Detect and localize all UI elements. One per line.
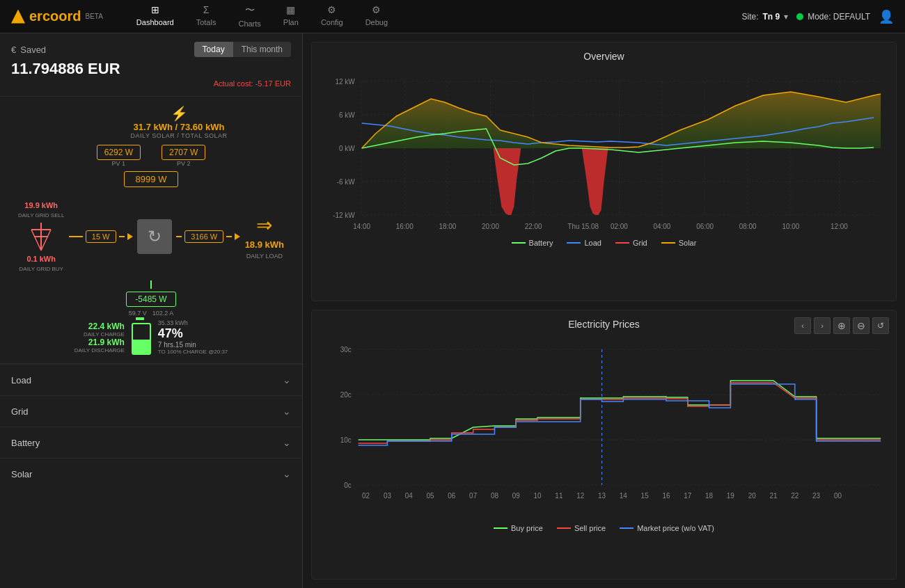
- svg-text:03: 03: [384, 492, 392, 500]
- grid-sell-kwh: 19.9 kWh: [24, 201, 58, 209]
- mode-badge: Mode: DEFAULT: [796, 12, 870, 22]
- actual-cost-value: -5.17 EUR: [255, 79, 291, 88]
- plan-icon: ▦: [286, 4, 295, 15]
- inverter-box: ↻: [137, 219, 172, 254]
- svg-text:17: 17: [684, 492, 692, 500]
- battery-voltage: 59.7 V: [129, 310, 147, 317]
- nav-dashboard-label: Dashboard: [136, 18, 174, 26]
- svg-text:08:00: 08:00: [739, 223, 757, 230]
- svg-text:0 kW: 0 kW: [339, 145, 355, 152]
- flow-grid-to-inverter: 15 W: [69, 230, 133, 243]
- expand-battery[interactable]: Battery ⌄: [0, 427, 302, 458]
- battery-charge-time-label: TO 100% CHARGE @20:37: [158, 349, 228, 355]
- nav-charts-label: Charts: [238, 19, 260, 28]
- svg-text:-12 kW: -12 kW: [333, 212, 355, 219]
- expand-grid[interactable]: Grid ⌄: [0, 395, 302, 427]
- mode-label: Mode: DEFAULT: [808, 12, 870, 22]
- dashboard-icon: ⊞: [151, 4, 159, 15]
- pv2-label: PV 2: [162, 160, 205, 167]
- grid-buy-kwh: 0.1 kWh: [26, 255, 56, 263]
- pv1-container: 6292 W PV 1: [97, 145, 141, 167]
- load-section: ⇒ 18.9 kWh DAILY LOAD: [245, 214, 284, 260]
- nav-dashboard[interactable]: ⊞ Dashboard: [125, 0, 185, 35]
- svg-text:04:00: 04:00: [654, 223, 671, 230]
- nav-plan[interactable]: ▦ Plan: [272, 0, 310, 35]
- logo-icon: [11, 10, 25, 24]
- battery-charge-kwh: 22.4 kWh: [74, 321, 125, 331]
- tab-group: Today This month: [194, 42, 291, 57]
- svg-marker-38: [362, 92, 881, 148]
- battery-power: -5485 W: [126, 292, 175, 307]
- header: ercoord BETA ⊞ Dashboard Σ Totals 〜 Char…: [0, 0, 905, 33]
- site-value: Tn 9: [763, 12, 780, 22]
- expand-load[interactable]: Load ⌄: [0, 364, 302, 395]
- battery-current: 102.2 A: [152, 310, 174, 317]
- chart-prev-btn[interactable]: ‹: [794, 317, 811, 334]
- pv2-box: 2707 W: [162, 145, 205, 160]
- tab-today[interactable]: Today: [194, 42, 233, 57]
- svg-text:09: 09: [512, 492, 521, 500]
- battery-tip: [136, 317, 144, 320]
- expand-battery-label: Battery: [11, 438, 40, 448]
- svg-text:Thu 15.08: Thu 15.08: [567, 223, 599, 230]
- battery-discharge-label: DAILY DISCHARGE: [74, 347, 125, 353]
- svg-text:14:00: 14:00: [353, 223, 370, 230]
- charts-icon: 〜: [245, 4, 255, 17]
- legend-battery-label: Battery: [529, 239, 553, 247]
- site-selector[interactable]: Site: Tn 9 ▾: [742, 12, 789, 22]
- chart-next-btn[interactable]: ›: [814, 317, 831, 334]
- overview-svg: 12 kW 6 kW 0 kW -6 kW -12 kW 14:00 16:00…: [320, 67, 888, 235]
- battery-charge-label: DAILY CHARGE: [74, 331, 125, 337]
- grid-buy-label: DAILY GRID BUY: [19, 266, 63, 272]
- energy-flow: ⚡ 31.7 kWh / 73.60 kWh DAILY SOLAR / TOT…: [0, 97, 302, 364]
- svg-text:0c: 0c: [344, 482, 352, 489]
- battery-fill: [133, 340, 150, 353]
- actual-cost-label: Actual cost:: [214, 79, 253, 88]
- grid-sell-label: DAILY GRID SELL: [18, 212, 64, 218]
- solar-label: DAILY SOLAR / TOTAL SOLAR: [131, 132, 228, 139]
- pv1-label: PV 1: [97, 160, 141, 167]
- svg-text:22: 22: [791, 492, 799, 500]
- prices-legend: Buy price Sell price Market price (w/o V…: [320, 524, 888, 532]
- load-label: DAILY LOAD: [246, 253, 283, 260]
- nav-config-label: Config: [321, 18, 343, 26]
- load-flow-w: 3166 W: [184, 230, 223, 243]
- svg-text:-6 kW: -6 kW: [337, 178, 356, 186]
- nav-config[interactable]: ⚙ Config: [310, 0, 354, 35]
- svg-text:30c: 30c: [340, 346, 352, 353]
- battery-main: 22.4 kWh DAILY CHARGE 21.9 kWh DAILY DIS…: [74, 319, 228, 355]
- nav-plan-label: Plan: [283, 18, 299, 26]
- svg-text:12:00: 12:00: [831, 223, 848, 230]
- chart-zoom-in-btn[interactable]: ⊕: [833, 317, 850, 334]
- expand-grid-label: Grid: [11, 406, 29, 417]
- totals-icon: Σ: [203, 4, 210, 15]
- user-icon[interactable]: 👤: [879, 9, 894, 24]
- svg-text:12 kW: 12 kW: [336, 78, 356, 86]
- expand-solar[interactable]: Solar ⌄: [0, 458, 302, 489]
- debug-icon: ⚙: [372, 4, 381, 15]
- expand-solar-chevron: ⌄: [283, 468, 291, 479]
- euro-icon: €: [11, 45, 16, 55]
- svg-text:06: 06: [448, 492, 456, 500]
- expand-grid-chevron: ⌄: [283, 406, 291, 417]
- svg-text:18:00: 18:00: [439, 223, 456, 230]
- solar-kwh: 31.7 kWh / 73.60 kWh: [134, 122, 225, 132]
- nav-charts[interactable]: 〜 Charts: [227, 0, 272, 35]
- right-panel: Overview 12 kW 6 kW 0 kW -6 kW -12 kW 14…: [303, 33, 905, 588]
- nav-totals[interactable]: Σ Totals: [185, 0, 228, 35]
- svg-marker-39: [487, 148, 528, 215]
- main-nav: ⊞ Dashboard Σ Totals 〜 Charts ▦ Plan ⚙ C…: [125, 0, 742, 35]
- battery-percent: 47%: [158, 326, 228, 341]
- chart-zoom-out-btn[interactable]: ⊖: [853, 317, 869, 334]
- overview-chart-container: Overview 12 kW 6 kW 0 kW -6 kW -12 kW 14…: [311, 42, 897, 301]
- battery-stats: 59.7 V 102.2 A: [129, 310, 174, 317]
- battery-icon-body: [132, 323, 151, 355]
- nav-debug[interactable]: ⚙ Debug: [354, 0, 399, 35]
- legend-grid-label: Grid: [633, 239, 647, 247]
- tab-month[interactable]: This month: [233, 42, 291, 57]
- svg-text:18: 18: [705, 492, 714, 500]
- saved-title: € Saved: [11, 45, 46, 55]
- legend-solar: Solar: [661, 239, 697, 247]
- chart-reset-btn[interactable]: ↺: [872, 317, 889, 334]
- legend-load-label: Load: [584, 239, 601, 247]
